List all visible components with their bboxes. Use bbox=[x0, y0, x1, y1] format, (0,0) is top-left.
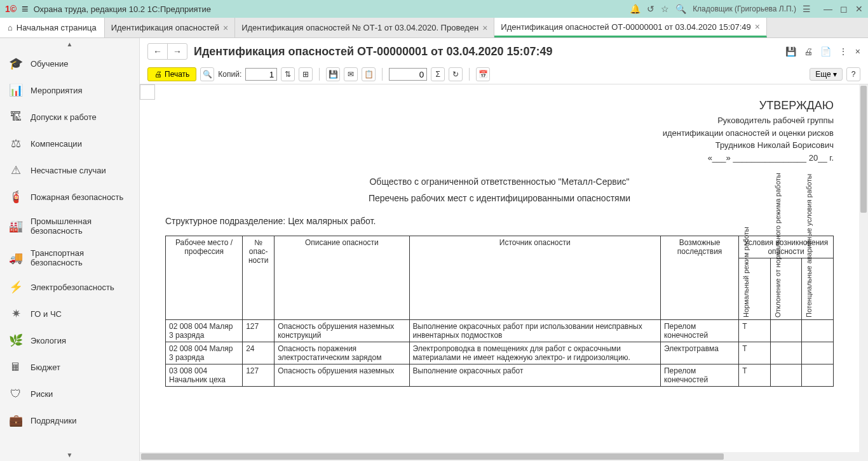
tab-home-label: Начальная страница bbox=[17, 23, 97, 32]
back-button[interactable]: ← bbox=[148, 44, 168, 59]
copies-input[interactable] bbox=[245, 68, 277, 81]
more-button[interactable]: Еще ▾ bbox=[810, 68, 843, 81]
th-source: Источник опасности bbox=[409, 236, 660, 320]
close-panel-icon[interactable]: × bbox=[855, 46, 860, 57]
sidebar-collapse-up[interactable]: ▲ bbox=[0, 38, 139, 50]
calculator-icon: 🖩 bbox=[9, 360, 23, 374]
sidebar-item-label: Бюджет bbox=[31, 363, 60, 372]
sidebar-item-label: Компенсации bbox=[31, 139, 82, 149]
save-icon[interactable]: 💾 bbox=[785, 46, 796, 57]
sidebar-item-permits[interactable]: 🏗Допуски к работе bbox=[0, 104, 139, 130]
maximize-icon[interactable]: ◻ bbox=[840, 4, 848, 14]
approve-role2: идентификации опасностей и оценки рисков bbox=[165, 127, 834, 140]
sidebar-item-label: Промышленная безопасность bbox=[31, 217, 130, 236]
export-icon[interactable]: 📋 bbox=[362, 67, 376, 81]
tab-label: Идентификация опасностей № ОТ-1 от 03.04… bbox=[241, 23, 478, 32]
tab-close-icon[interactable]: × bbox=[482, 23, 487, 33]
briefcase-icon: 💼 bbox=[9, 413, 23, 427]
page-input[interactable] bbox=[389, 68, 427, 81]
vertical-scrollbar[interactable] bbox=[859, 84, 868, 452]
filter-icon[interactable]: ☰ bbox=[803, 4, 811, 14]
sidebar-item-contractors[interactable]: 💼Подрядчики bbox=[0, 407, 139, 434]
burger-icon[interactable]: ≡ bbox=[22, 3, 29, 16]
sidebar-item-accidents[interactable]: ⚠Несчастные случаи bbox=[0, 157, 139, 184]
star-icon[interactable]: ☆ bbox=[661, 4, 669, 14]
search-icon[interactable]: 🔍 bbox=[675, 4, 686, 14]
history-icon[interactable]: ↺ bbox=[647, 4, 654, 14]
approve-block: УТВЕРЖДАЮ Руководитель рабочей группы ид… bbox=[165, 97, 834, 164]
sidebar-item-events[interactable]: 📊Мероприятия bbox=[0, 77, 139, 104]
print-label: Печать bbox=[165, 70, 189, 79]
sidebar-item-compensation[interactable]: ⚖Компенсации bbox=[0, 130, 139, 157]
shield-icon: 🛡 bbox=[9, 387, 23, 401]
print-button[interactable]: 🖨 Печать bbox=[147, 67, 196, 81]
doc-corner bbox=[140, 84, 155, 100]
crane-icon: 🏗 bbox=[9, 110, 23, 124]
sidebar-collapse-down[interactable]: ▼ bbox=[0, 449, 139, 461]
th-cond3: Потенциальные аварийные условия работы bbox=[802, 258, 834, 320]
save-file-icon[interactable]: 💾 bbox=[326, 67, 340, 81]
sidebar-item-transport[interactable]: 🚚Транспортная безопасность bbox=[0, 242, 139, 274]
minimize-icon[interactable]: — bbox=[824, 4, 832, 14]
logo-1c: 1© bbox=[5, 4, 17, 14]
content: ← → Идентификация опасностей ОТ-00000001… bbox=[140, 38, 868, 461]
refresh-icon[interactable]: ↻ bbox=[449, 67, 463, 81]
document-icon[interactable]: 📄 bbox=[820, 46, 831, 57]
tab-close-icon[interactable]: × bbox=[755, 22, 760, 32]
help-button[interactable]: ? bbox=[846, 67, 860, 81]
sidebar-item-electrical[interactable]: ⚡Электробезопасность bbox=[0, 274, 139, 300]
sidebar-item-risks[interactable]: 🛡Риски bbox=[0, 380, 139, 407]
horizontal-scrollbar[interactable] bbox=[140, 452, 868, 461]
sidebar-item-label: Электробезопасность bbox=[31, 283, 114, 292]
close-icon[interactable]: ✕ bbox=[855, 4, 863, 14]
table-row: 03 008 004 Начальник цеха127Опасность об… bbox=[166, 364, 834, 387]
bell-icon[interactable]: 🔔 bbox=[630, 4, 641, 14]
th-cond1: Нормальный режим работы bbox=[739, 258, 771, 320]
sidebar-item-label: Транспортная безопасность bbox=[31, 248, 130, 267]
sidebar-item-training[interactable]: 🎓Обучение bbox=[0, 50, 139, 77]
document-area: УТВЕРЖДАЮ Руководитель рабочей группы ид… bbox=[140, 84, 868, 452]
dept-line: Структурное подразделение: Цех малярных … bbox=[165, 216, 834, 226]
electric-icon: ⚡ bbox=[9, 280, 23, 294]
sidebar-item-ecology[interactable]: 🌿Экология bbox=[0, 327, 139, 354]
approve-name: Трудников Николай Борисович bbox=[165, 139, 834, 152]
tab-1[interactable]: Идентификация опасностей № ОТ-1 от 03.04… bbox=[235, 18, 494, 37]
tab-label: Идентификация опасностей ОТ-00000001 от … bbox=[501, 22, 751, 32]
mail-icon[interactable]: ✉ bbox=[344, 67, 358, 81]
th-consequences: Возможные последствия bbox=[660, 236, 738, 320]
toolbar: 🖨 Печать 🔍 Копий: ⇅ ⊞ 💾 ✉ 📋 Σ ↻ 📅 Еще ▾ … bbox=[140, 65, 868, 84]
calendar-icon[interactable]: 📅 bbox=[476, 67, 490, 81]
table-icon[interactable]: ⊞ bbox=[299, 67, 313, 81]
sidebar-item-emergency[interactable]: ✷ГО и ЧС bbox=[0, 300, 139, 327]
sidebar-item-budget[interactable]: 🖩Бюджет bbox=[0, 354, 139, 380]
sidebar-item-label: Пожарная безопасность bbox=[31, 192, 123, 202]
tab-home[interactable]: ⌂ Начальная страница bbox=[0, 18, 105, 37]
spinner-icon[interactable]: ⇅ bbox=[281, 67, 295, 81]
sidebar-item-label: Несчастные случаи bbox=[31, 166, 106, 175]
tab-close-icon[interactable]: × bbox=[223, 23, 228, 33]
sum-icon[interactable]: Σ bbox=[431, 67, 445, 81]
org-name: Общество с ограниченной ответственностью… bbox=[165, 177, 834, 187]
preview-icon[interactable]: 🔍 bbox=[200, 67, 214, 81]
sidebar-item-label: Допуски к работе bbox=[31, 112, 97, 122]
th-cond2: Отклонение от нормального режима работы bbox=[770, 258, 802, 320]
dept-value: Цех малярных работ. bbox=[288, 216, 376, 226]
sidebar: ▲ 🎓Обучение 📊Мероприятия 🏗Допуски к рабо… bbox=[0, 38, 140, 461]
truck-icon: 🚚 bbox=[9, 251, 23, 265]
dept-label: Структурное подразделение: bbox=[165, 216, 285, 226]
user-name[interactable]: Кладовщик (Григорьева Л.П.) bbox=[693, 4, 796, 13]
more-icon[interactable]: ⋮ bbox=[839, 46, 848, 57]
date-line: «___» ________________ 20__ г. bbox=[165, 152, 834, 164]
table-row: 02 008 004 Маляр 3 разряда24Опасность по… bbox=[166, 342, 834, 364]
table-row: 02 008 004 Маляр 3 разряда127Опасность о… bbox=[166, 320, 834, 342]
print-icon[interactable]: 🖨 bbox=[804, 46, 813, 57]
tabsbar: ⌂ Начальная страница Идентификация опасн… bbox=[0, 18, 868, 38]
extinguisher-icon: 🧯 bbox=[9, 190, 23, 204]
page-title: Идентификация опасностей ОТ-00000001 от … bbox=[194, 45, 779, 58]
tab-0[interactable]: Идентификация опасностей × bbox=[105, 18, 235, 37]
tab-2[interactable]: Идентификация опасностей ОТ-00000001 от … bbox=[494, 18, 767, 37]
sidebar-item-fire[interactable]: 🧯Пожарная безопасность bbox=[0, 184, 139, 210]
sidebar-item-industrial[interactable]: 🏭Промышленная безопасность bbox=[0, 210, 139, 242]
app-title: Охрана труда, редакция 10.2 1С:Предприят… bbox=[34, 4, 625, 14]
forward-button[interactable]: → bbox=[168, 44, 187, 59]
